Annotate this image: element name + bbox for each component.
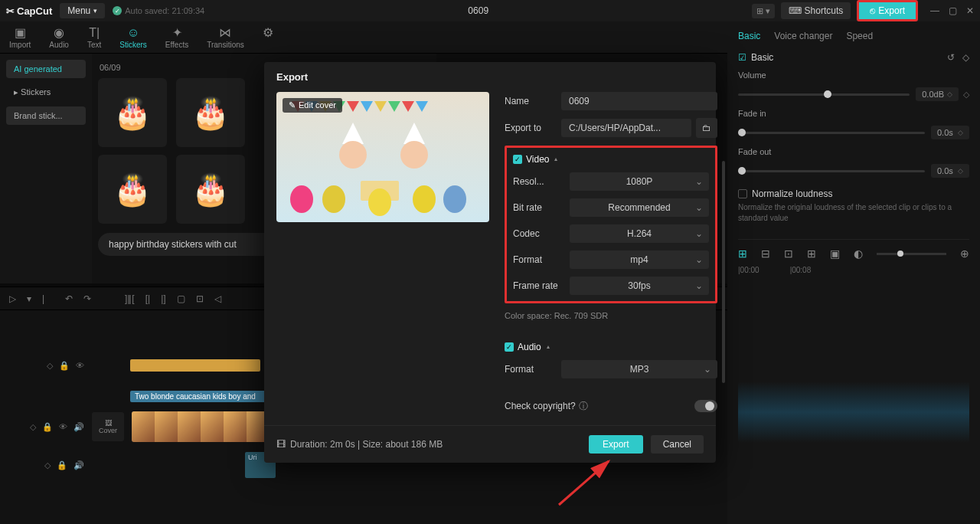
export-meta: Duration: 2m 0s | Size: about 186 MB — [290, 439, 443, 450]
aformat-label: Format — [505, 364, 561, 375]
export-modal-overlay: Export ✎ Edit cover — [0, 0, 980, 524]
svg-line-0 — [559, 461, 609, 505]
modal-scrollbar[interactable] — [722, 161, 725, 383]
annotation-arrow — [551, 455, 620, 509]
audio-section-title: Audio — [518, 342, 541, 352]
exportto-label: Export to — [505, 123, 561, 133]
modal-title: Export — [264, 62, 716, 92]
name-label: Name — [505, 96, 561, 106]
framerate-label: Frame rate — [513, 280, 570, 291]
info-icon[interactable]: ⓘ — [579, 400, 588, 413]
edit-cover-button[interactable]: ✎ Edit cover — [283, 98, 342, 113]
colorspace-note: Color space: Rec. 709 SDR — [505, 311, 717, 320]
codec-select[interactable]: H.264 — [570, 224, 709, 243]
name-input[interactable] — [561, 92, 717, 110]
video-settings-group: ✓Video Resol...1080P Bit rateRecommended… — [505, 146, 717, 303]
copyright-toggle[interactable] — [694, 400, 717, 412]
film-icon: 🎞 — [276, 439, 286, 450]
format-select[interactable]: mp4 — [570, 251, 709, 269]
cancel-button[interactable]: Cancel — [651, 435, 704, 454]
format-label: Format — [513, 254, 570, 265]
export-cover-preview: ✎ Edit cover — [276, 92, 489, 222]
browse-folder-icon[interactable]: 🗀 — [696, 118, 717, 138]
codec-label: Codec — [513, 228, 570, 239]
copyright-label: Check copyright? ⓘ — [505, 400, 694, 413]
export-confirm-button[interactable]: Export — [589, 435, 643, 454]
resolution-select[interactable]: 1080P — [570, 172, 709, 191]
bitrate-select[interactable]: Recommended — [570, 198, 709, 217]
resolution-label: Resol... — [513, 176, 570, 187]
video-checkbox-icon[interactable]: ✓ — [513, 155, 522, 164]
aformat-select[interactable]: MP3 — [561, 360, 717, 378]
audio-checkbox-icon[interactable]: ✓ — [505, 342, 514, 352]
export-modal: Export ✎ Edit cover — [264, 62, 716, 463]
framerate-select[interactable]: 30fps — [570, 277, 709, 295]
exportto-input[interactable] — [561, 119, 691, 137]
bitrate-label: Bit rate — [513, 202, 570, 213]
video-section-title: Video — [526, 154, 549, 165]
